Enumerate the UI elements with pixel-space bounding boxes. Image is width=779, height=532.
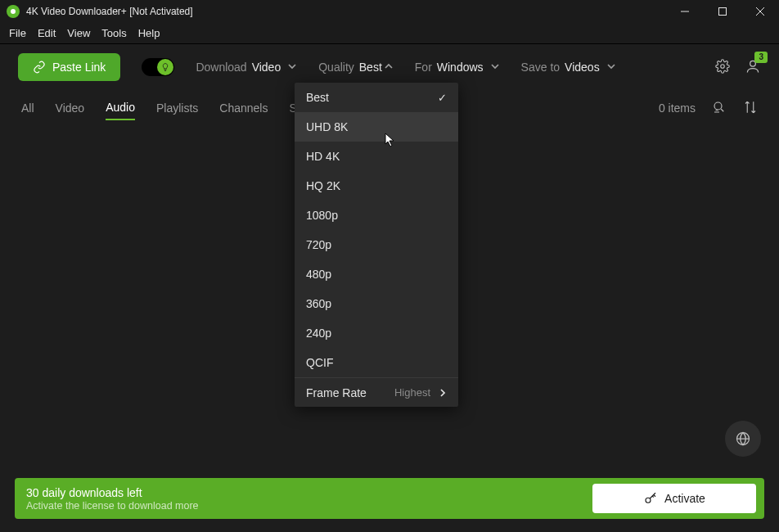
quality-option-360p[interactable]: 360p	[295, 289, 458, 318]
chevron-down-icon	[490, 61, 500, 74]
banner-line1: 30 daily downloads left	[26, 486, 199, 499]
menu-view[interactable]: View	[61, 25, 96, 41]
search-filter-icon	[712, 100, 727, 115]
search-filter-button[interactable]	[712, 100, 727, 117]
activate-label: Activate	[664, 492, 705, 505]
framerate-value: Highest	[394, 386, 430, 399]
quality-dropdown: Best UHD 8K HD 4K HQ 2K 1080p 720p 480p …	[295, 83, 458, 407]
for-value: Windows	[437, 61, 484, 74]
chevron-right-icon	[430, 386, 447, 399]
menu-bar: File Edit View Tools Help	[0, 23, 779, 44]
framerate-submenu[interactable]: Frame Rate Highest	[295, 377, 458, 407]
tab-video[interactable]: Video	[56, 97, 85, 119]
download-value: Video	[252, 61, 281, 74]
quality-option-720p[interactable]: 720p	[295, 230, 458, 259]
tab-channels[interactable]: Channels	[219, 97, 268, 119]
notification-badge: 3	[754, 52, 768, 63]
window-controls	[666, 0, 779, 23]
browser-fab[interactable]	[725, 421, 761, 457]
gear-icon	[715, 59, 730, 74]
quality-label: Quality	[318, 61, 354, 74]
app-logo-icon	[7, 5, 20, 18]
svg-rect-0	[719, 8, 727, 16]
sort-icon	[743, 100, 758, 115]
activation-banner: 30 daily downloads left Activate the lic…	[15, 478, 764, 519]
download-label: Download	[196, 61, 246, 74]
activate-button[interactable]: Activate	[592, 484, 756, 513]
key-icon	[643, 491, 658, 506]
banner-line2: Activate the license to download more	[26, 500, 199, 512]
quality-selector[interactable]: Quality Best	[318, 61, 394, 74]
close-button[interactable]	[741, 0, 779, 23]
framerate-label: Frame Rate	[306, 386, 367, 399]
menu-edit[interactable]: Edit	[32, 25, 61, 41]
svg-point-5	[646, 498, 651, 503]
paste-link-button[interactable]: Paste Link	[18, 53, 120, 81]
quality-option-best[interactable]: Best	[295, 83, 458, 112]
bulb-icon	[157, 59, 173, 75]
saveto-selector[interactable]: Save to Videos	[521, 61, 616, 74]
quality-option-hd4k[interactable]: HD 4K	[295, 142, 458, 171]
chevron-down-icon	[287, 61, 297, 74]
link-icon	[33, 61, 46, 74]
svg-point-3	[714, 102, 722, 110]
maximize-button[interactable]	[704, 0, 741, 23]
settings-button[interactable]	[715, 59, 730, 76]
quality-option-hq2k[interactable]: HQ 2K	[295, 171, 458, 201]
quality-option-uhd8k[interactable]: UHD 8K	[295, 112, 458, 142]
quality-option-240p[interactable]: 240p	[295, 318, 458, 348]
chevron-down-icon	[606, 61, 616, 74]
for-selector[interactable]: For Windows	[415, 61, 500, 74]
saveto-label: Save to	[521, 61, 560, 74]
quality-value: Best	[359, 61, 382, 74]
chevron-up-icon	[384, 61, 394, 74]
quality-option-qcif[interactable]: QCIF	[295, 348, 458, 377]
menu-tools[interactable]: Tools	[96, 25, 132, 41]
title-bar: 4K Video Downloader+ [Not Activated]	[0, 0, 779, 23]
items-count: 0 items	[659, 101, 696, 115]
download-selector[interactable]: Download Video	[196, 61, 297, 74]
tab-playlists[interactable]: Playlists	[156, 97, 198, 119]
globe-icon	[735, 431, 751, 447]
svg-point-1	[721, 64, 725, 68]
quality-option-1080p[interactable]: 1080p	[295, 201, 458, 230]
minimize-button[interactable]	[666, 0, 704, 23]
window-title: 4K Video Downloader+ [Not Activated]	[26, 6, 193, 17]
smart-mode-toggle[interactable]	[142, 58, 174, 76]
saveto-value: Videos	[565, 61, 600, 74]
quality-option-480p[interactable]: 480p	[295, 259, 458, 289]
menu-help[interactable]: Help	[133, 25, 166, 41]
for-label: For	[415, 61, 432, 74]
profile-button[interactable]: 3	[745, 58, 761, 77]
menu-file[interactable]: File	[3, 25, 32, 41]
sort-button[interactable]	[743, 100, 758, 117]
paste-link-label: Paste Link	[52, 61, 106, 74]
tab-all[interactable]: All	[21, 97, 34, 119]
tab-audio[interactable]: Audio	[106, 96, 135, 120]
